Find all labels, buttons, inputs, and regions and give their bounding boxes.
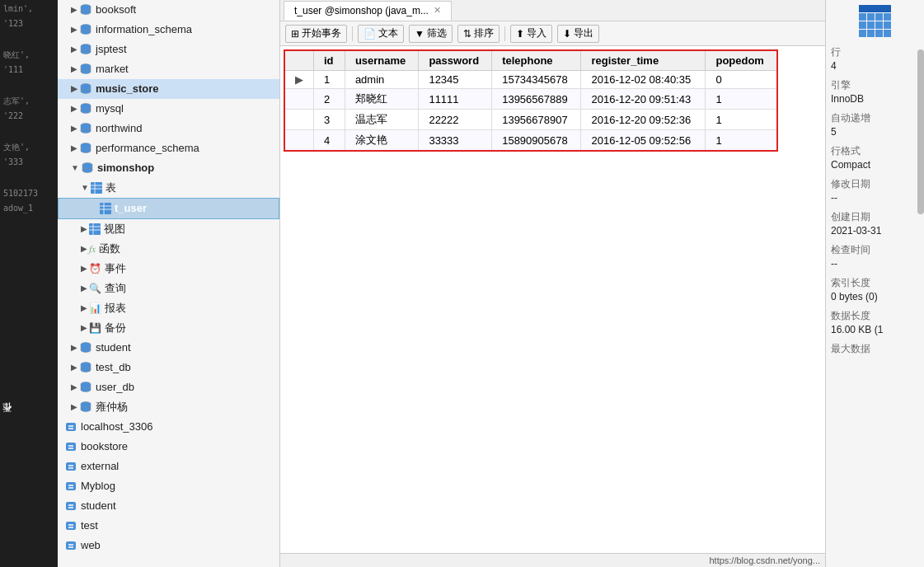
modified-label: 修改日期 xyxy=(831,177,919,191)
cell-id[interactable]: 1 xyxy=(314,71,345,89)
table-row[interactable]: ▶1admin12345157343456782016-12-02 08:40:… xyxy=(284,71,777,89)
svg-rect-77 xyxy=(66,423,76,431)
main-tab[interactable]: t_user @simonshop (java_m... ✕ xyxy=(284,1,452,21)
table-row[interactable]: 2郑晓红11111139565678892016-12-20 09:51:431 xyxy=(284,89,777,110)
col-id[interactable]: id xyxy=(314,50,345,71)
table-row[interactable]: 3温志军22222139566789072016-12-20 09:52:361 xyxy=(284,110,777,130)
cell-register_time[interactable]: 2016-12-02 08:40:35 xyxy=(581,71,706,89)
sidebar-item-函数[interactable]: ▶𝑓𝑥函数 xyxy=(58,239,279,259)
cell-password[interactable]: 11111 xyxy=(419,89,492,110)
sidebar-conn-test[interactable]: test xyxy=(58,516,279,536)
cell-popedom[interactable]: 1 xyxy=(706,89,777,110)
code-snippet-line4: 文艳', '333 xyxy=(3,140,54,170)
engine-value: InnoDB xyxy=(831,93,919,105)
cell-username[interactable]: 温志军 xyxy=(345,110,419,130)
sidebar-item-label: booksoft xyxy=(96,2,136,18)
cell-id[interactable]: 2 xyxy=(314,89,345,110)
cell-telephone[interactable]: 13956678907 xyxy=(492,110,581,130)
conn-label: student xyxy=(81,498,116,514)
cell-id[interactable]: 4 xyxy=(314,130,345,152)
svg-rect-95 xyxy=(66,541,76,550)
sidebar-item-information_schema[interactable]: ▶information_schema xyxy=(58,20,279,40)
conn-icon xyxy=(64,440,77,453)
created-value: 2021-03-31 xyxy=(831,225,919,237)
sidebar-item-查询[interactable]: ▶🔍查询 xyxy=(58,279,279,298)
sidebar-item-事件[interactable]: ▶⏰事件 xyxy=(58,259,279,279)
transaction-icon: ⊞ xyxy=(291,28,299,40)
filter-btn[interactable]: ▼ 筛选 xyxy=(409,25,453,43)
sidebar-item-music_store[interactable]: ▶music_store xyxy=(58,79,279,99)
cell-popedom[interactable]: 1 xyxy=(706,130,777,152)
sidebar-conn-student[interactable]: student xyxy=(58,496,279,516)
info-index-len: 索引长度 0 bytes (0) xyxy=(831,276,919,302)
cell-telephone[interactable]: 15734345678 xyxy=(492,71,581,89)
sort-btn[interactable]: ⇅ 排序 xyxy=(457,25,500,43)
sidebar-item-报表[interactable]: ▶📊报表 xyxy=(58,298,279,318)
cell-username[interactable]: 郑晓红 xyxy=(345,89,419,110)
sidebar: ▶booksoft▶information_schema▶jsptest▶mar… xyxy=(58,0,280,567)
db-icon xyxy=(79,3,92,16)
sidebar-item-雍仲杨[interactable]: ▶雍仲杨 xyxy=(58,397,279,417)
sidebar-item-market[interactable]: ▶market xyxy=(58,59,279,79)
func-icon: 𝑓𝑥 xyxy=(89,241,96,257)
folder-icon xyxy=(89,223,101,235)
sidebar-conn-Myblog[interactable]: Myblog xyxy=(58,476,279,496)
col-password[interactable]: password xyxy=(419,50,492,71)
col-username[interactable]: username xyxy=(345,50,419,71)
sidebar-item-student[interactable]: ▶student xyxy=(58,338,279,358)
col-telephone[interactable]: telephone xyxy=(492,50,581,71)
right-scrollbar[interactable] xyxy=(917,49,924,214)
cell-password[interactable]: 22222 xyxy=(419,110,492,130)
sidebar-item-performance_schema[interactable]: ▶performance_schema xyxy=(58,138,279,158)
col-popedom[interactable]: popedom xyxy=(706,50,777,71)
text-btn[interactable]: 📄 文本 xyxy=(358,25,404,43)
sidebar-conn-external[interactable]: external xyxy=(58,457,279,476)
cell-register_time[interactable]: 2016-12-05 09:52:56 xyxy=(581,130,706,152)
cell-password[interactable]: 12345 xyxy=(419,71,492,89)
sidebar-conn-bookstore[interactable]: bookstore xyxy=(58,437,279,457)
row-indicator xyxy=(284,130,314,152)
sidebar-item-表[interactable]: ▼表 xyxy=(58,178,279,198)
import-icon: ⬆ xyxy=(516,28,524,40)
sidebar-item-jsptest[interactable]: ▶jsptest xyxy=(58,40,279,59)
import-btn[interactable]: ⬆ 导入 xyxy=(510,25,552,43)
sidebar-item-simonshop[interactable]: ▼simonshop xyxy=(58,158,279,178)
table-row[interactable]: 4涂文艳33333158909056782016-12-05 09:52:561 xyxy=(284,130,777,152)
main-content: t_user @simonshop (java_m... ✕ ⊞ 开始事务 📄 … xyxy=(280,0,825,567)
sidebar-item-northwind[interactable]: ▶northwind xyxy=(58,119,279,138)
cell-password[interactable]: 33333 xyxy=(419,130,492,152)
cell-username[interactable]: 涂文艳 xyxy=(345,130,419,152)
export-btn[interactable]: ⬇ 导出 xyxy=(557,25,599,43)
col-register_time[interactable]: register_time xyxy=(581,50,706,71)
begin-transaction-btn[interactable]: ⊞ 开始事务 xyxy=(285,25,347,43)
cell-popedom[interactable]: 1 xyxy=(706,110,777,130)
sidebar-item-user_db[interactable]: ▶user_db xyxy=(58,377,279,397)
cell-register_time[interactable]: 2016-12-20 09:51:43 xyxy=(581,89,706,110)
svg-rect-89 xyxy=(66,502,76,510)
chevron-right-icon: ▶ xyxy=(71,2,77,18)
sidebar-item-test_db[interactable]: ▶test_db xyxy=(58,358,279,377)
tab-close-icon[interactable]: ✕ xyxy=(434,5,441,16)
sidebar-conn-web[interactable]: web xyxy=(58,536,279,555)
db-icon xyxy=(79,43,92,56)
cell-telephone[interactable]: 15890905678 xyxy=(492,130,581,152)
backup-icon: 💾 xyxy=(89,320,101,336)
db-icon xyxy=(79,102,92,115)
sidebar-item-booksoft[interactable]: ▶booksoft xyxy=(58,0,279,20)
report-icon: 📊 xyxy=(89,300,101,316)
cell-username[interactable]: admin xyxy=(345,71,419,89)
svg-rect-53 xyxy=(89,223,101,235)
sidebar-item-视图[interactable]: ▶视图 xyxy=(58,219,279,239)
svg-point-2 xyxy=(81,11,91,15)
cell-telephone[interactable]: 13956567889 xyxy=(492,89,581,110)
cell-id[interactable]: 3 xyxy=(314,110,345,130)
sidebar-item-t_user[interactable]: t_user xyxy=(58,198,279,219)
sidebar-item-备份[interactable]: ▶💾备份 xyxy=(58,318,279,338)
conn-label: external xyxy=(81,458,119,475)
sidebar-item-mysql[interactable]: ▶mysql xyxy=(58,99,279,119)
query-icon: 🔍 xyxy=(89,280,101,297)
sidebar-conn-localhost_3306[interactable]: localhost_3306 xyxy=(58,417,279,437)
cell-register_time[interactable]: 2016-12-20 09:52:36 xyxy=(581,110,706,130)
chevron-down-icon: ▼ xyxy=(71,160,79,176)
cell-popedom[interactable]: 0 xyxy=(706,71,777,89)
